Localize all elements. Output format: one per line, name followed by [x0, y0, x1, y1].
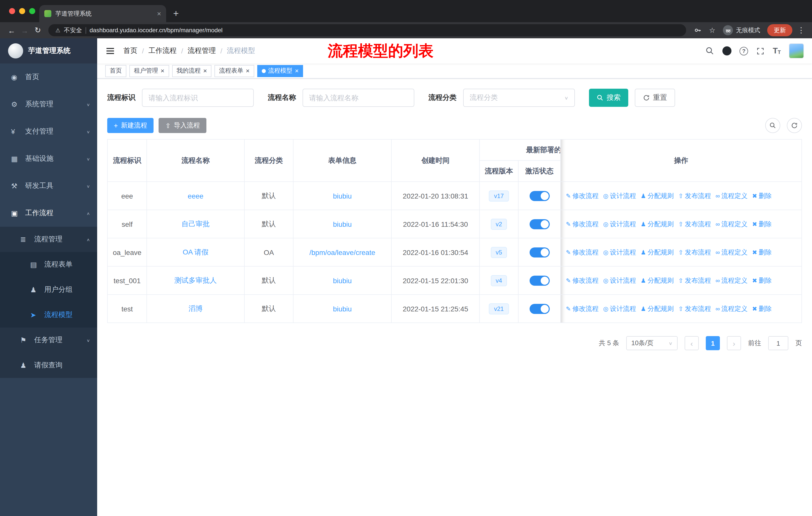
back-icon[interactable]: ← — [5, 26, 18, 34]
new-tab-button[interactable]: + — [173, 8, 179, 18]
action-assign-rule[interactable]: ♟分配规则 — [641, 191, 674, 200]
search-icon[interactable] — [705, 46, 714, 55]
action-design-process[interactable]: ◎设计流程 — [603, 276, 636, 285]
sidebar-item-home[interactable]: ◉首页 — [0, 63, 97, 91]
refresh-button[interactable] — [787, 118, 802, 133]
form-link[interactable]: biubiu — [333, 220, 352, 228]
sidebar-item-process-management[interactable]: ≣流程管理∧ — [0, 227, 97, 252]
font-size-icon[interactable]: TT — [773, 47, 781, 55]
browser-tab[interactable]: 芋道管理系统 × — [39, 5, 166, 22]
process-name-input[interactable] — [302, 89, 414, 107]
fullscreen-icon[interactable] — [756, 47, 765, 55]
sidebar-item-dev-tools[interactable]: ⚒研发工具∨ — [0, 172, 97, 199]
action-delete-process[interactable]: ✖删除 — [752, 304, 772, 313]
page-size-select[interactable]: 10条/页 ∨ — [626, 336, 677, 350]
breadcrumb-item[interactable]: 工作流程 — [148, 46, 177, 55]
import-process-button[interactable]: ⇧ 导入流程 — [158, 118, 206, 133]
update-button[interactable]: 更新 — [767, 24, 792, 36]
action-delete-process[interactable]: ✖删除 — [752, 248, 772, 257]
action-publish-process[interactable]: ⇧发布流程 — [678, 191, 711, 200]
key-icon[interactable] — [694, 26, 702, 34]
browser-menu-icon[interactable]: ⋮ — [798, 26, 805, 35]
breadcrumb-item[interactable]: 首页 — [123, 46, 138, 55]
view-tag[interactable]: 租户管理× — [129, 65, 169, 77]
goto-page-input[interactable] — [768, 336, 788, 350]
bookmark-star-icon[interactable]: ☆ — [709, 26, 715, 34]
sidebar-item-task-management[interactable]: ⚑任务管理∨ — [0, 328, 97, 353]
minimize-window-button[interactable] — [19, 8, 25, 14]
reset-button[interactable]: 重置 — [635, 89, 675, 107]
action-assign-rule[interactable]: ♟分配规则 — [641, 248, 674, 257]
search-button[interactable]: 搜索 — [589, 89, 628, 107]
view-tag[interactable]: 流程表单× — [214, 65, 254, 77]
create-process-button[interactable]: + 新建流程 — [107, 118, 153, 133]
prev-page-button[interactable]: ‹ — [685, 336, 699, 350]
category-select[interactable]: 流程分类 ∨ — [463, 89, 575, 107]
sidebar-toggle-icon[interactable] — [105, 46, 115, 56]
action-design-process[interactable]: ◎设计流程 — [603, 219, 636, 228]
action-edit-process[interactable]: ✎修改流程 — [566, 304, 599, 313]
help-icon[interactable]: ? — [740, 47, 748, 55]
show-search-button[interactable] — [765, 118, 780, 133]
next-page-button[interactable]: › — [727, 336, 741, 350]
active-toggle[interactable] — [529, 304, 549, 314]
process-name-link[interactable]: eeee — [188, 192, 203, 200]
tag-close-icon[interactable]: × — [203, 67, 207, 74]
sidebar-item-payment-management[interactable]: ¥支付管理∨ — [0, 118, 97, 145]
tag-close-icon[interactable]: × — [246, 67, 250, 74]
action-edit-process[interactable]: ✎修改流程 — [566, 219, 599, 228]
github-icon[interactable] — [722, 46, 731, 55]
action-delete-process[interactable]: ✖删除 — [752, 191, 772, 200]
action-process-definition[interactable]: ∞流程定义 — [716, 219, 748, 228]
form-link[interactable]: biubiu — [333, 192, 352, 200]
current-page[interactable]: 1 — [706, 336, 720, 350]
action-design-process[interactable]: ◎设计流程 — [603, 304, 636, 313]
sidebar-logo[interactable]: 芋道管理系统 — [0, 38, 97, 63]
action-publish-process[interactable]: ⇧发布流程 — [678, 219, 711, 228]
process-name-link[interactable]: 自己审批 — [181, 219, 210, 227]
forward-icon[interactable]: → — [18, 26, 31, 34]
action-design-process[interactable]: ◎设计流程 — [603, 248, 636, 257]
address-bar[interactable]: ⚠ 不安全 dashboard.yudao.iocoder.cn/bpm/man… — [48, 24, 687, 36]
action-edit-process[interactable]: ✎修改流程 — [566, 276, 599, 285]
form-link[interactable]: /bpm/oa/leave/create — [309, 248, 375, 256]
action-publish-process[interactable]: ⇧发布流程 — [678, 276, 711, 285]
zoom-window-button[interactable] — [29, 8, 35, 14]
action-process-definition[interactable]: ∞流程定义 — [716, 191, 748, 200]
sidebar-item-workflow[interactable]: ▣工作流程∧ — [0, 199, 97, 227]
action-publish-process[interactable]: ⇧发布流程 — [678, 304, 711, 313]
action-design-process[interactable]: ◎设计流程 — [603, 191, 636, 200]
action-edit-process[interactable]: ✎修改流程 — [566, 248, 599, 257]
action-delete-process[interactable]: ✖删除 — [752, 276, 772, 285]
tag-close-icon[interactable]: × — [161, 67, 164, 74]
sidebar-item-user-group[interactable]: ♟用户分组 — [0, 277, 97, 302]
action-assign-rule[interactable]: ♟分配规则 — [641, 219, 674, 228]
action-delete-process[interactable]: ✖删除 — [752, 219, 772, 228]
form-link[interactable]: biubiu — [333, 305, 352, 313]
sidebar-item-infrastructure[interactable]: ▦基础设施∨ — [0, 145, 97, 172]
process-name-link[interactable]: 滔博 — [188, 304, 203, 312]
reload-icon[interactable]: ↻ — [31, 26, 44, 35]
sidebar-item-system-management[interactable]: ⚙系统管理∨ — [0, 91, 97, 118]
action-publish-process[interactable]: ⇧发布流程 — [678, 248, 711, 257]
process-key-input[interactable] — [142, 89, 254, 107]
process-name-link[interactable]: 测试多审批人 — [174, 276, 217, 284]
process-name-link[interactable]: OA 请假 — [183, 248, 209, 256]
form-link[interactable]: biubiu — [333, 276, 352, 284]
active-toggle[interactable] — [529, 191, 549, 201]
view-tag[interactable]: 我的流程× — [172, 65, 211, 77]
view-tag[interactable]: 流程模型× — [257, 65, 303, 77]
action-assign-rule[interactable]: ♟分配规则 — [641, 304, 674, 313]
action-assign-rule[interactable]: ♟分配规则 — [641, 276, 674, 285]
active-toggle[interactable] — [529, 247, 549, 257]
tag-close-icon[interactable]: × — [295, 67, 299, 74]
sidebar-item-process-model[interactable]: ➤流程模型 — [0, 302, 97, 328]
user-avatar[interactable] — [789, 43, 804, 58]
breadcrumb-item[interactable]: 流程管理 — [188, 46, 216, 55]
active-toggle[interactable] — [529, 275, 549, 286]
sidebar-item-process-form[interactable]: ▤流程表单 — [0, 252, 97, 277]
view-tag[interactable]: 首页 — [105, 65, 126, 77]
sidebar-item-leave-query[interactable]: ♟请假查询 — [0, 353, 97, 378]
action-process-definition[interactable]: ∞流程定义 — [716, 276, 748, 285]
tab-close-icon[interactable]: × — [157, 9, 161, 18]
